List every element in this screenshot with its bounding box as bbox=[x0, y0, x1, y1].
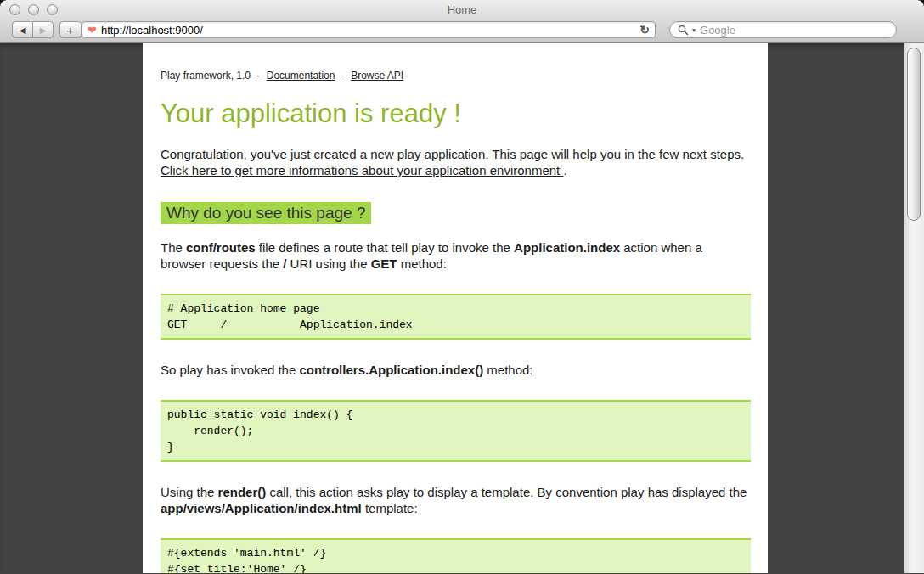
browser-window: Home ◀ ▶ + ❤ ↻ bbox=[0, 0, 924, 574]
separator: - bbox=[256, 70, 260, 82]
page-viewport: Play framework, 1.0 - Documentation - Br… bbox=[0, 43, 924, 573]
page-title: Your application is ready ! bbox=[161, 98, 751, 129]
search-icon[interactable] bbox=[678, 25, 689, 36]
window-titlebar[interactable]: Home bbox=[0, 0, 924, 19]
browser-chrome: Home ◀ ▶ + ❤ ↻ bbox=[0, 0, 924, 43]
meta-line: Play framework, 1.0 - Documentation - Br… bbox=[161, 70, 751, 82]
intro-text: Congratulation, you've just created a ne… bbox=[161, 147, 744, 161]
new-tab-button[interactable]: + bbox=[59, 21, 82, 38]
url-input[interactable] bbox=[101, 23, 636, 37]
intro-text-end: . bbox=[563, 163, 566, 177]
action-code-block: public static void index() { render(); } bbox=[161, 400, 751, 462]
search-dropdown-icon[interactable]: ▾ bbox=[692, 26, 696, 34]
search-bar[interactable]: ▾ bbox=[669, 21, 897, 38]
plus-icon: + bbox=[67, 23, 75, 37]
reload-icon[interactable]: ↻ bbox=[639, 23, 650, 37]
back-button[interactable]: ◀ bbox=[12, 21, 33, 38]
forward-icon: ▶ bbox=[40, 25, 47, 35]
invoked-paragraph: So play has invoked the controllers.Appl… bbox=[161, 362, 751, 378]
back-icon: ◀ bbox=[20, 25, 26, 35]
routes-paragraph: The conf/routes file defines a route tha… bbox=[161, 239, 751, 272]
address-bar[interactable]: ❤ ↻ bbox=[82, 21, 656, 38]
separator: - bbox=[341, 70, 345, 82]
page-content: Play framework, 1.0 - Documentation - Br… bbox=[143, 43, 768, 573]
browse-api-link[interactable]: Browse API bbox=[351, 70, 403, 82]
window-title: Home bbox=[0, 3, 924, 16]
heart-favicon-icon: ❤ bbox=[87, 25, 97, 36]
scrollbar-thumb[interactable] bbox=[907, 48, 921, 221]
browser-toolbar: ◀ ▶ + ❤ ↻ ▾ bbox=[0, 19, 924, 43]
template-code-block: #{extends 'main.html' /} #{set title:'Ho… bbox=[161, 538, 751, 573]
forward-button[interactable]: ▶ bbox=[32, 21, 54, 38]
routes-code-block: # Application home page GET / Applicatio… bbox=[161, 294, 751, 340]
environment-info-link[interactable]: Click here to get more informations abou… bbox=[161, 163, 563, 177]
framework-version-text: Play framework, 1.0 bbox=[161, 70, 251, 82]
intro-paragraph: Congratulation, you've just created a ne… bbox=[161, 146, 751, 178]
section-heading: Why do you see this page ? bbox=[161, 202, 371, 224]
search-input[interactable] bbox=[700, 23, 888, 37]
template-paragraph: Using the render() call, this action ask… bbox=[161, 484, 751, 516]
documentation-link[interactable]: Documentation bbox=[267, 70, 335, 82]
vertical-scrollbar[interactable] bbox=[904, 43, 924, 573]
